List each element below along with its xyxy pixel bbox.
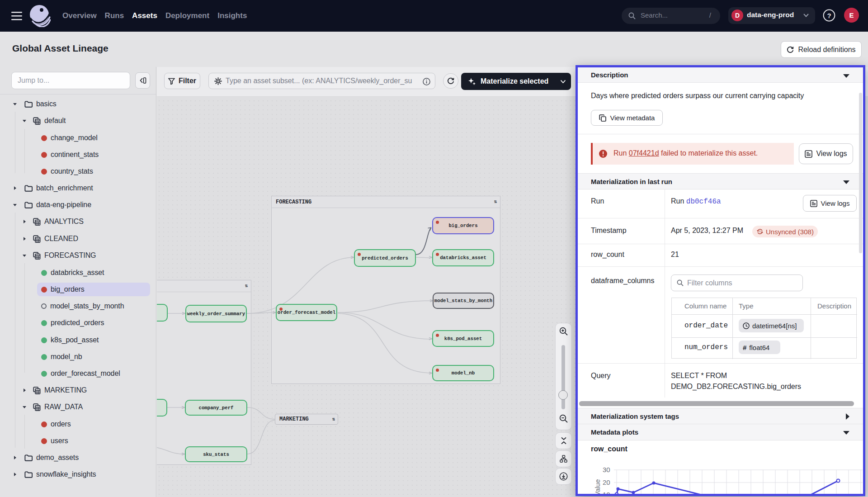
svg-text:?: ? xyxy=(827,12,831,19)
